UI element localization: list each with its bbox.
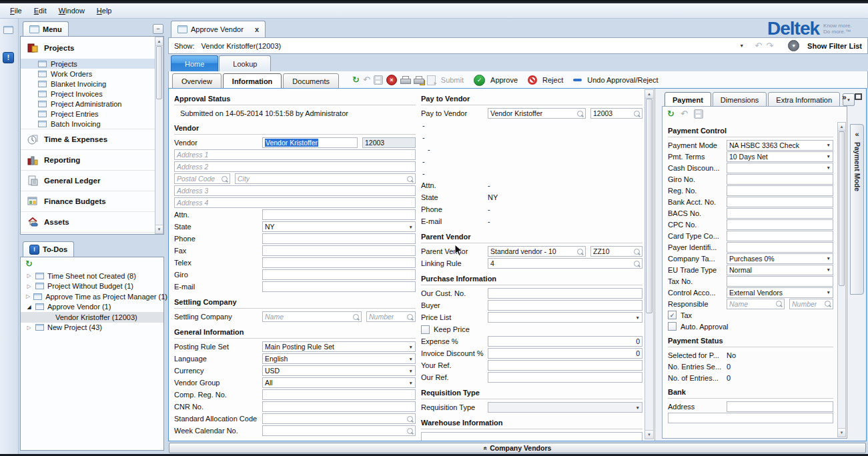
document-tab-approve-vendor[interactable]: Approve Vendor x [171, 21, 266, 37]
tab-lookup[interactable]: Lookup [219, 55, 271, 72]
todo-item-new-project-43[interactable]: ▷New Project (43) [21, 323, 163, 333]
sidebar-item-project-invoices[interactable]: Project Invoices [21, 89, 155, 99]
scrollbar-thumb[interactable] [839, 131, 845, 286]
right-panel-scrollbar[interactable]: ▲ ▼ [837, 122, 846, 437]
standard-allocation-code-lookup[interactable] [262, 413, 416, 424]
todo-item-approve-vendor-1[interactable]: ◢Approve Vendor (1) [21, 302, 163, 313]
sidebar-group-time-expenses[interactable]: Time & Expenses [21, 129, 155, 149]
address-input[interactable] [421, 432, 642, 441]
giro-input[interactable] [262, 269, 416, 280]
tax-checkbox[interactable]: ✓ [668, 311, 677, 319]
sidebar-item-project-administration[interactable]: Project Administration [21, 99, 155, 109]
company-vendors-bar[interactable]: « Company Vendors [169, 443, 866, 453]
fax-input[interactable] [262, 245, 416, 256]
pay-to-vendor-lookup[interactable]: 12003 [590, 108, 642, 119]
scroll-down-icon[interactable]: ▼ [838, 428, 845, 437]
address-input[interactable]: Address 1 [174, 149, 416, 160]
posting-rule-set-select[interactable]: Main Posting Rule Set▼ [262, 341, 416, 352]
currency-select[interactable]: USD▼ [262, 365, 416, 376]
scroll-up-icon[interactable]: ▲ [838, 123, 845, 131]
vendor-input[interactable]: 12003 [362, 137, 416, 148]
sidebar-item-project-entries[interactable]: Project Entries [21, 109, 155, 119]
address-input[interactable]: Address 4 [174, 197, 416, 208]
todo-item-project-without-budget-1[interactable]: ▷Project Without Budget (1) [21, 281, 163, 292]
save-icon[interactable] [374, 75, 383, 85]
settling-company-lookup[interactable]: Name [262, 311, 362, 322]
menu-minimize-button[interactable]: − [153, 24, 163, 34]
sidebar-item-blanket-invoicing[interactable]: Blanket Invoicing [21, 79, 155, 89]
tab-home[interactable]: Home [171, 55, 218, 72]
scrollbar-thumb[interactable] [646, 99, 653, 313]
sidebar-scrollbar[interactable]: ▲ ▼ [155, 37, 163, 234]
collapsed-payment-mode-tab[interactable]: « Payment Mode [850, 124, 864, 295]
reject-icon[interactable] [528, 75, 537, 85]
payment-mode-select[interactable]: NA HSBC 3363 Check▼ [727, 140, 833, 151]
history-back-forward-icons[interactable]: ↶↷ [755, 41, 777, 51]
company-ta-select[interactable]: Purchases 0%▼ [727, 253, 833, 264]
menu-panel-tab[interactable]: Menu [23, 21, 69, 37]
parent-vendor-lookup[interactable]: Standard vendor - 10 [488, 246, 586, 257]
tax-no-input[interactable] [727, 276, 833, 287]
buyer-input[interactable] [488, 300, 642, 311]
show-filter-list-button[interactable]: Show Filter List [807, 42, 862, 50]
todo-item-time-sheet-not-created-8[interactable]: ▷Time Sheet not Created (8) [21, 271, 163, 281]
address-lookup[interactable]: City [235, 173, 416, 184]
phone-input[interactable] [262, 233, 416, 244]
e-mail-input[interactable] [262, 281, 416, 292]
sidebar-group-assets[interactable]: Assets [21, 211, 155, 232]
comp-reg-no-input[interactable] [262, 389, 416, 400]
address-lookup[interactable]: Postal Code [174, 173, 230, 184]
bacs-no-input[interactable] [727, 208, 833, 219]
expander-icon[interactable]: ◢ [26, 304, 32, 310]
show-combo-value[interactable]: Vendor Kristoffer(12003) [201, 42, 282, 50]
payer-identifi-input[interactable] [727, 242, 833, 253]
refresh-icon[interactable]: ↻ [25, 260, 33, 268]
scroll-up-icon[interactable]: ▲ [155, 37, 163, 46]
filter-list-toggle-icon[interactable]: ▼ [788, 40, 799, 51]
expense-input[interactable]: 0 [488, 336, 642, 347]
address-input[interactable]: Address 2 [174, 161, 416, 172]
address-input[interactable] [727, 401, 833, 412]
responsible-lookup[interactable]: Number [789, 299, 833, 309]
sidebar-group-projects[interactable]: Projects [21, 37, 155, 59]
panels-icon[interactable] [3, 26, 13, 34]
expander-icon[interactable]: ▷ [26, 283, 32, 289]
subtab-overview[interactable]: Overview [172, 73, 222, 89]
address-input[interactable] [668, 413, 833, 423]
cnr-no-input[interactable] [262, 401, 416, 412]
linking-rule-lookup[interactable]: 4 [488, 258, 642, 269]
bank-acct-no-input[interactable] [727, 197, 833, 207]
expand-panel-icon[interactable]: » [842, 93, 847, 102]
todo-alert-icon[interactable]: ! [3, 52, 14, 63]
todo-item-approve-time-as-project-manager-1[interactable]: ▷Approve Time as Project Manager (1) [21, 291, 163, 302]
panel-tab-extra-information[interactable]: Extra Information [768, 92, 840, 107]
subtab-information[interactable]: Information [223, 73, 282, 89]
auto-approval-checkbox[interactable] [668, 322, 677, 331]
menu-file[interactable]: File [4, 5, 28, 16]
undo-icon[interactable]: ↶ [363, 76, 370, 84]
giro-no-input[interactable] [727, 174, 833, 185]
cpc-no-input[interactable] [727, 219, 833, 230]
expander-icon[interactable]: ▷ [26, 293, 30, 299]
show-combo-arrow-icon[interactable]: ▼ [739, 43, 744, 48]
keep-price-checkbox[interactable] [421, 325, 430, 334]
sidebar-group-finance-budgets[interactable]: Finance Budgets [21, 191, 155, 211]
sidebar-item-work-orders[interactable]: Work Orders [21, 69, 155, 79]
sidebar-item-batch-invoicing[interactable]: Batch Invoicing [21, 119, 155, 129]
form-scrollbar[interactable]: ▲ ▼ [644, 89, 654, 439]
pay-to-vendor-lookup[interactable]: Vendor Kristoffer [488, 108, 586, 119]
language-select[interactable]: English▼ [262, 353, 416, 364]
undo-icon[interactable]: ↶ [681, 110, 688, 118]
scroll-up-icon[interactable]: ▲ [645, 90, 653, 99]
todos-panel-tab[interactable]: ! To-Dos [23, 241, 74, 257]
vendor-input[interactable]: Vendor Kristoffer [262, 137, 358, 148]
control-acco-select[interactable]: External Vendors▼ [727, 287, 833, 298]
scrollbar-thumb[interactable] [156, 46, 162, 99]
refresh-icon[interactable]: ↻ [352, 76, 360, 84]
maximize-panel-icon[interactable] [855, 93, 862, 100]
panel-tab-payment[interactable]: Payment [665, 92, 711, 107]
vendor-group-select[interactable]: All▼ [262, 377, 416, 388]
reg-no-input[interactable] [727, 185, 833, 196]
cash-discoun-select[interactable]: ▼ [727, 163, 833, 173]
undo-approval-button[interactable]: Undo Approval/Reject [587, 76, 658, 84]
